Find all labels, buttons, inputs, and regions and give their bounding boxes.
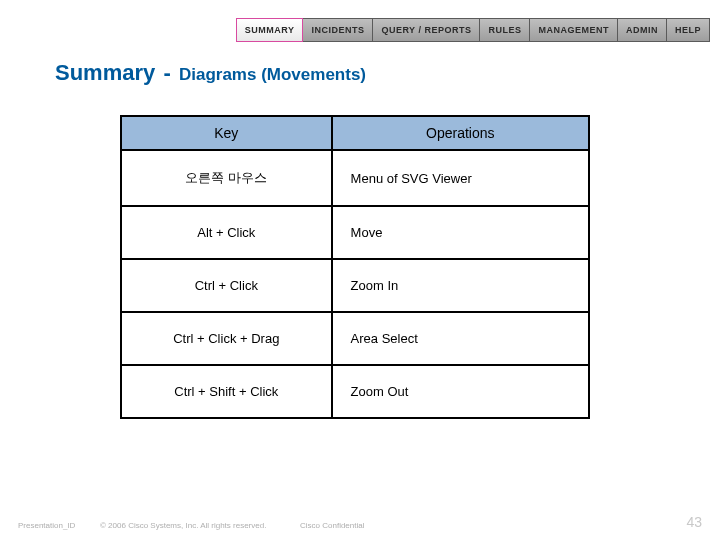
title-main: Summary bbox=[55, 60, 155, 85]
tab-rules[interactable]: RULES bbox=[480, 18, 530, 42]
tab-help[interactable]: HELP bbox=[667, 18, 710, 42]
table-row: Alt + Click Move bbox=[121, 206, 589, 259]
cell-op: Move bbox=[332, 206, 589, 259]
title-sub: Diagrams (Movements) bbox=[179, 65, 366, 84]
col-key: Key bbox=[121, 116, 332, 150]
copyright: © 2006 Cisco Systems, Inc. All rights re… bbox=[100, 521, 266, 530]
cell-op: Area Select bbox=[332, 312, 589, 365]
table-row: 오른쪽 마우스 Menu of SVG Viewer bbox=[121, 150, 589, 206]
tab-management[interactable]: MANAGEMENT bbox=[530, 18, 618, 42]
confidential: Cisco Confidential bbox=[300, 521, 364, 530]
cell-key: Alt + Click bbox=[121, 206, 332, 259]
cell-key: Ctrl + Click + Drag bbox=[121, 312, 332, 365]
movements-table: Key Operations 오른쪽 마우스 Menu of SVG Viewe… bbox=[120, 115, 590, 419]
page-title: Summary - Diagrams (Movements) bbox=[55, 60, 366, 86]
cell-key: Ctrl + Click bbox=[121, 259, 332, 312]
cell-op: Menu of SVG Viewer bbox=[332, 150, 589, 206]
cell-key: 오른쪽 마우스 bbox=[121, 150, 332, 206]
table-row: Ctrl + Shift + Click Zoom Out bbox=[121, 365, 589, 418]
cell-op: Zoom In bbox=[332, 259, 589, 312]
table-row: Ctrl + Click Zoom In bbox=[121, 259, 589, 312]
top-nav: SUMMARY INCIDENTS QUERY / REPORTS RULES … bbox=[236, 18, 710, 42]
presentation-id: Presentation_ID bbox=[18, 521, 75, 530]
slide: SUMMARY INCIDENTS QUERY / REPORTS RULES … bbox=[0, 0, 720, 540]
col-operations: Operations bbox=[332, 116, 589, 150]
cell-key: Ctrl + Shift + Click bbox=[121, 365, 332, 418]
table-row: Ctrl + Click + Drag Area Select bbox=[121, 312, 589, 365]
tab-summary[interactable]: SUMMARY bbox=[236, 18, 304, 42]
title-dash: - bbox=[163, 60, 170, 85]
page-number: 43 bbox=[686, 514, 702, 530]
tab-incidents[interactable]: INCIDENTS bbox=[303, 18, 373, 42]
cell-op: Zoom Out bbox=[332, 365, 589, 418]
tab-admin[interactable]: ADMIN bbox=[618, 18, 667, 42]
tab-query-reports[interactable]: QUERY / REPORTS bbox=[373, 18, 480, 42]
